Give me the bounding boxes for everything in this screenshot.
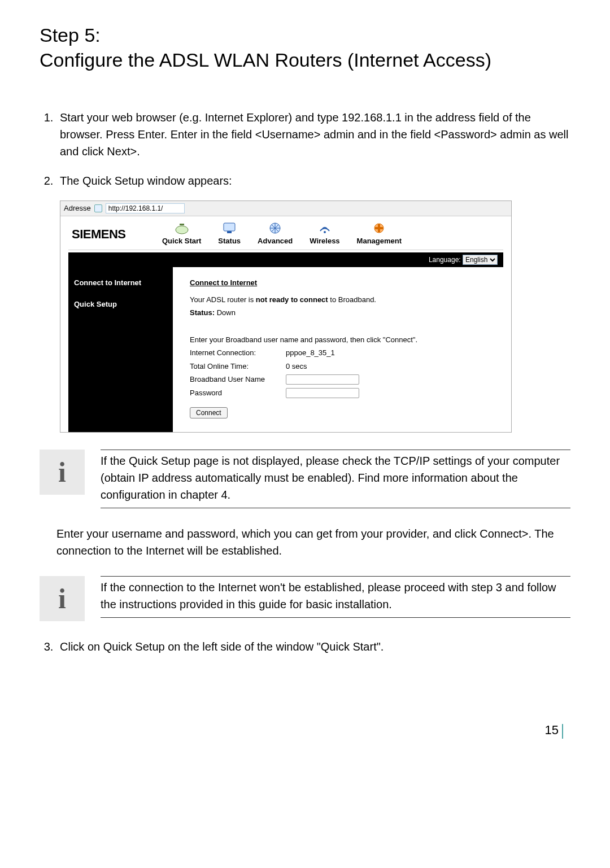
svg-point-5: [324, 231, 326, 233]
language-select[interactable]: English: [463, 255, 498, 265]
heading-line2: Configure the ADSL WLAN Routers (Interne…: [40, 49, 491, 71]
heading-line1: Step 5:: [40, 24, 101, 46]
password-input[interactable]: [286, 388, 359, 398]
row-username: Broadband User Name: [190, 374, 492, 385]
nav-status[interactable]: Status: [218, 222, 241, 247]
nav-wireless[interactable]: Wireless: [310, 222, 339, 247]
sidebar-item-connect[interactable]: Connect to Internet: [74, 277, 167, 289]
ie-icon: [94, 204, 102, 212]
svg-rect-8: [375, 227, 383, 229]
language-label: Language:: [429, 256, 461, 264]
wireless-icon: [317, 222, 333, 234]
svg-rect-3: [227, 231, 232, 233]
page-number-bar: [562, 724, 565, 739]
username-input[interactable]: [286, 374, 359, 385]
siemens-logo: SIEMENS: [72, 225, 151, 243]
info-text-2: If the connection to the Internet won't …: [101, 576, 570, 618]
online-time-label: Total Online Time:: [190, 361, 286, 372]
info-icon: i: [40, 450, 85, 495]
language-row: Language: English: [68, 252, 503, 267]
advanced-icon: [267, 222, 283, 234]
instructions: Enter your Broadband user name and passw…: [190, 334, 492, 346]
router-screenshot: Adresse SIEMENS Quick Start Status: [60, 200, 512, 433]
status-line: Your ADSL router is not ready to connect…: [190, 294, 492, 306]
address-label: Adresse: [64, 203, 91, 214]
step-1: Start your web browser (e.g. Internet Ex…: [56, 109, 570, 160]
info-block-2: i If the connection to the Internet won'…: [40, 576, 570, 621]
nav-advanced[interactable]: Advanced: [258, 222, 293, 247]
page-number: 15: [544, 723, 558, 737]
svg-rect-1: [180, 224, 184, 225]
status-label: Status:: [190, 308, 215, 317]
step-3-text: Click on Quick Setup on the left side of…: [60, 640, 384, 653]
nav-status-label: Status: [218, 237, 241, 245]
quick-start-icon: [174, 222, 190, 234]
step-2-text: The Quick Setup window appears:: [60, 175, 232, 187]
status-line-bold: not ready to connect: [256, 295, 328, 304]
sidebar: Connect to Internet Quick Setup: [68, 267, 173, 432]
internet-conn-label: Internet Connection:: [190, 347, 286, 359]
nav-advanced-label: Advanced: [258, 237, 293, 245]
management-icon: [371, 222, 387, 234]
main-area: Connect to Internet Quick Setup Connect …: [60, 267, 511, 432]
address-input[interactable]: [106, 203, 185, 213]
nav-quick-start[interactable]: Quick Start: [162, 222, 201, 247]
username-label: Broadband User Name: [190, 374, 286, 385]
middle-paragraph: Enter your username and password, which …: [56, 525, 570, 559]
step-1-text: Start your web browser (e.g. Internet Ex…: [60, 111, 568, 158]
status-line-suffix: to Broadband.: [328, 295, 376, 304]
status-value: Down: [217, 308, 236, 317]
info-text-1: If the Quick Setup page is not displayed…: [101, 450, 570, 508]
nav-wireless-label: Wireless: [310, 237, 339, 245]
page-heading: Step 5: Configure the ADSL WLAN Routers …: [40, 23, 570, 72]
content-section-title: Connect to Internet: [190, 277, 492, 289]
step-3: Click on Quick Setup on the left side of…: [56, 638, 570, 655]
nav-management-label: Management: [357, 237, 402, 245]
divider: [68, 250, 503, 250]
nav-quick-start-label: Quick Start: [162, 237, 201, 245]
info-block-1: i If the Quick Setup page is not display…: [40, 450, 570, 508]
main-nav: Quick Start Status Advanced Wireles: [162, 222, 402, 247]
connect-button[interactable]: Connect: [190, 407, 228, 418]
sidebar-item-quick-setup[interactable]: Quick Setup: [74, 299, 167, 310]
status-row: Status: Down: [190, 307, 492, 319]
row-online-time: Total Online Time: 0 secs: [190, 361, 492, 372]
top-bar: SIEMENS Quick Start Status Advanced: [60, 216, 511, 250]
address-bar: Adresse: [60, 201, 511, 216]
step-2: The Quick Setup window appears: Adresse …: [56, 172, 570, 433]
password-label: Password: [190, 387, 286, 399]
online-time-value: 0 secs: [286, 361, 492, 372]
row-internet-connection: Internet Connection: pppoe_8_35_1: [190, 347, 492, 359]
info-icon: i: [40, 576, 85, 621]
nav-management[interactable]: Management: [357, 222, 402, 247]
svg-rect-2: [224, 223, 235, 231]
content-panel: Connect to Internet Your ADSL router is …: [173, 267, 503, 432]
internet-conn-value: pppoe_8_35_1: [286, 347, 492, 359]
svg-point-0: [176, 226, 188, 234]
status-line-prefix: Your ADSL router is: [190, 295, 256, 304]
status-icon: [221, 222, 237, 234]
page-number-wrap: 15: [40, 723, 570, 738]
row-password: Password: [190, 387, 492, 399]
